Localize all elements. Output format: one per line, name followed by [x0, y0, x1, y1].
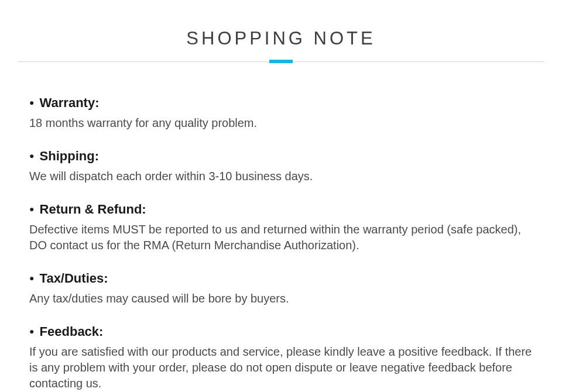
bullet-icon: ● — [29, 98, 34, 107]
page-container: SHOPPING NOTE ● Warranty: 18 months warr… — [0, 0, 562, 392]
section-heading: ● Return & Refund: — [29, 202, 533, 217]
heading-text: Tax/Duties: — [40, 271, 108, 286]
section-body: If you are satisfied with our products a… — [29, 344, 533, 391]
bullet-icon: ● — [29, 151, 34, 160]
section-body: Any tax/duties may caused will be bore b… — [29, 291, 533, 307]
section-body: Defective items MUST be reported to us a… — [29, 222, 533, 253]
section-return-refund: ● Return & Refund: Defective items MUST … — [29, 202, 533, 253]
page-header: SHOPPING NOTE — [0, 0, 562, 63]
section-body: 18 months warranty for any quality probl… — [29, 115, 533, 131]
heading-text: Shipping: — [40, 149, 99, 163]
section-body: We will dispatch each order within 3-10 … — [29, 169, 533, 184]
section-heading: ● Feedback: — [29, 324, 533, 339]
title-divider — [18, 60, 544, 63]
heading-text: Warranty: — [40, 95, 100, 110]
section-tax-duties: ● Tax/Duties: Any tax/duties may caused … — [29, 271, 533, 307]
section-heading: ● Tax/Duties: — [29, 271, 533, 286]
heading-text: Return & Refund: — [40, 202, 146, 216]
bullet-icon: ● — [29, 204, 34, 214]
section-heading: ● Warranty: — [29, 95, 533, 111]
section-heading: ● Shipping: — [29, 149, 533, 164]
section-shipping: ● Shipping: We will dispatch each order … — [29, 149, 533, 184]
bullet-icon: ● — [29, 273, 34, 283]
content-area: ● Warranty: 18 months warranty for any q… — [0, 63, 562, 391]
accent-bar — [269, 60, 293, 63]
page-title: SHOPPING NOTE — [0, 28, 562, 60]
bullet-icon: ● — [29, 326, 34, 336]
heading-text: Feedback: — [40, 324, 104, 339]
section-warranty: ● Warranty: 18 months warranty for any q… — [29, 95, 533, 131]
section-feedback: ● Feedback: If you are satisfied with ou… — [29, 324, 533, 391]
